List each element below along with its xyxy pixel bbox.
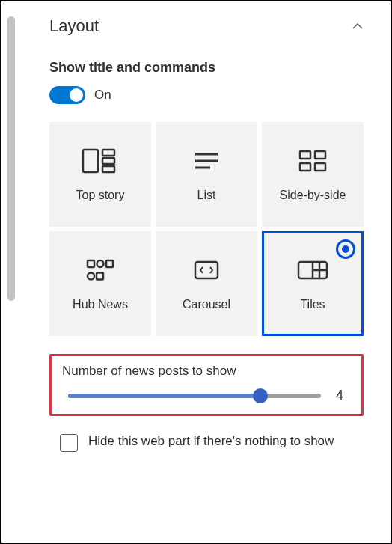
svg-rect-13 bbox=[106, 260, 113, 267]
posts-count-slider[interactable] bbox=[68, 394, 321, 398]
layout-option-list[interactable]: List bbox=[156, 122, 257, 227]
svg-rect-2 bbox=[102, 158, 114, 164]
list-icon bbox=[188, 147, 225, 175]
slider-fill bbox=[68, 394, 260, 398]
layout-option-side-by-side[interactable]: Side-by-side bbox=[262, 122, 364, 227]
chevron-up-icon bbox=[352, 20, 364, 32]
side-by-side-icon bbox=[294, 147, 331, 175]
svg-point-14 bbox=[88, 273, 94, 280]
hide-webpart-label: Hide this web part if there's nothing to… bbox=[88, 433, 334, 450]
layout-option-label: Tiles bbox=[300, 298, 325, 311]
top-story-icon bbox=[82, 147, 119, 175]
section-header[interactable]: Layout bbox=[49, 16, 364, 36]
slider-thumb[interactable] bbox=[253, 388, 268, 403]
layout-option-label: List bbox=[197, 189, 216, 202]
svg-rect-1 bbox=[102, 150, 114, 156]
svg-rect-8 bbox=[315, 151, 325, 159]
layout-option-label: Carousel bbox=[183, 298, 230, 311]
layout-option-top-story[interactable]: Top story bbox=[49, 122, 151, 227]
svg-rect-10 bbox=[315, 163, 325, 171]
scrollbar[interactable] bbox=[7, 16, 15, 301]
layout-option-label: Top story bbox=[76, 189, 125, 202]
toggle-thumb bbox=[70, 88, 83, 102]
svg-rect-16 bbox=[195, 262, 218, 278]
hide-webpart-checkbox[interactable] bbox=[60, 434, 78, 452]
title-commands-toggle[interactable] bbox=[49, 86, 85, 104]
svg-rect-7 bbox=[300, 151, 310, 159]
layout-option-hub-news[interactable]: Hub News bbox=[49, 231, 151, 336]
layout-option-label: Side-by-side bbox=[280, 189, 346, 202]
svg-rect-11 bbox=[88, 260, 94, 267]
svg-rect-15 bbox=[97, 273, 103, 280]
layout-options-grid: Top story List Side-by-side bbox=[49, 122, 364, 336]
svg-rect-9 bbox=[300, 163, 310, 171]
layout-option-tiles[interactable]: Tiles bbox=[262, 231, 364, 336]
carousel-icon bbox=[188, 256, 225, 284]
svg-rect-3 bbox=[102, 166, 114, 172]
toggle-state-label: On bbox=[94, 88, 111, 103]
section-title: Layout bbox=[49, 16, 99, 36]
highlighted-slider-section: Number of news posts to show 4 bbox=[49, 354, 364, 416]
slider-label: Number of news posts to show bbox=[62, 364, 351, 379]
layout-panel: Layout Show title and commands On Top st… bbox=[1, 1, 391, 467]
tiles-icon bbox=[294, 256, 331, 284]
toggle-subtitle: Show title and commands bbox=[49, 60, 364, 76]
layout-option-carousel[interactable]: Carousel bbox=[156, 231, 257, 336]
hub-news-icon bbox=[82, 256, 119, 284]
layout-option-label: Hub News bbox=[73, 298, 128, 311]
svg-rect-0 bbox=[83, 150, 98, 172]
svg-point-12 bbox=[97, 260, 104, 267]
slider-value: 4 bbox=[336, 388, 351, 403]
selected-radio-icon bbox=[336, 239, 355, 259]
